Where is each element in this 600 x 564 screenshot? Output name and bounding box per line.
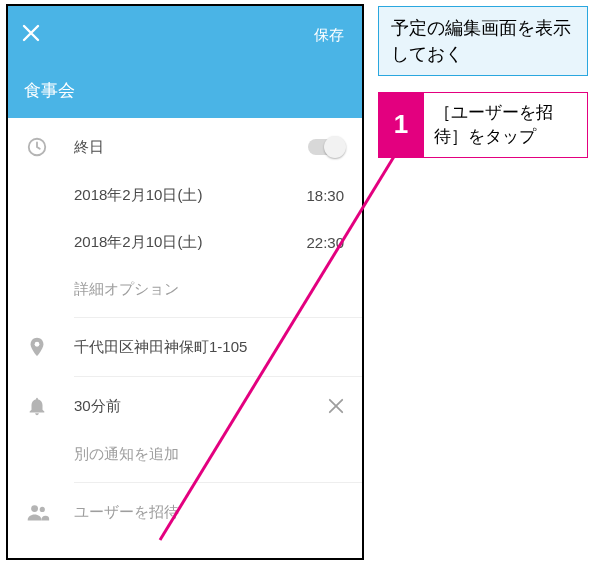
- divider: [74, 317, 362, 318]
- remove-reminder-icon[interactable]: [328, 398, 344, 414]
- app-header: 保存 食事会: [8, 6, 362, 118]
- people-icon: [26, 501, 74, 523]
- add-reminder-label[interactable]: 別の通知を追加: [74, 445, 344, 464]
- row-all-day: 終日: [8, 122, 362, 172]
- svg-point-3: [40, 507, 45, 512]
- svg-point-1: [35, 342, 40, 347]
- row-end[interactable]: 2018年2月10日(土) 22:30: [8, 219, 362, 266]
- step-number: 1: [378, 92, 424, 158]
- row-invite-users[interactable]: ユーザーを招待: [8, 487, 362, 537]
- clock-icon: [26, 136, 74, 158]
- invite-users-label[interactable]: ユーザーを招待: [74, 503, 344, 522]
- row-reminder[interactable]: 30分前: [8, 381, 362, 431]
- close-icon[interactable]: [22, 24, 40, 42]
- all-day-label: 終日: [74, 138, 308, 157]
- end-time[interactable]: 22:30: [306, 234, 344, 251]
- divider: [74, 482, 362, 483]
- phone-frame: 保存 食事会 終日 2018年2月10日(土) 18:30 2018年2月10日…: [6, 4, 364, 560]
- bell-icon: [26, 395, 74, 417]
- divider: [74, 376, 362, 377]
- row-start[interactable]: 2018年2月10日(土) 18:30: [8, 172, 362, 219]
- location-text[interactable]: 千代田区神田神保町1-105: [74, 338, 344, 357]
- form-body: 終日 2018年2月10日(土) 18:30 2018年2月10日(土) 22:…: [8, 118, 362, 537]
- more-options-label[interactable]: 詳細オプション: [74, 280, 344, 299]
- step-instruction: ［ユーザーを招待］をタップ: [424, 92, 588, 158]
- location-icon: [26, 336, 74, 358]
- end-date[interactable]: 2018年2月10日(土): [74, 233, 306, 252]
- row-more-options[interactable]: 詳細オプション: [8, 266, 362, 313]
- callout-step-1: 1 ［ユーザーを招待］をタップ: [378, 92, 588, 158]
- row-location[interactable]: 千代田区神田神保町1-105: [8, 322, 362, 372]
- save-button[interactable]: 保存: [314, 26, 344, 45]
- callout-context: 予定の編集画面を表示しておく: [378, 6, 588, 76]
- start-date[interactable]: 2018年2月10日(土): [74, 186, 306, 205]
- all-day-toggle[interactable]: [308, 139, 344, 155]
- event-title[interactable]: 食事会: [24, 79, 75, 102]
- svg-point-2: [31, 505, 38, 512]
- start-time[interactable]: 18:30: [306, 187, 344, 204]
- row-add-reminder[interactable]: 別の通知を追加: [8, 431, 362, 478]
- reminder-text[interactable]: 30分前: [74, 397, 328, 416]
